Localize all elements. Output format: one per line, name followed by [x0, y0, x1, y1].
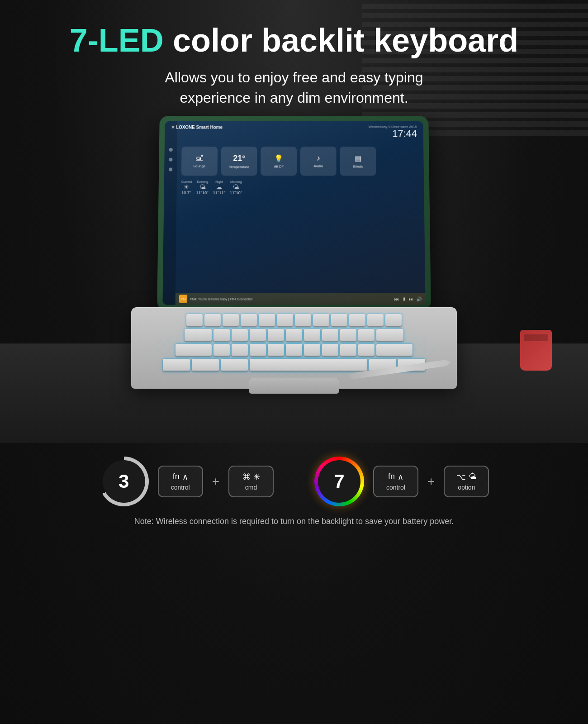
tile-blinds-label: Blinds	[353, 164, 363, 168]
sidebar-dot-2	[169, 157, 172, 161]
subtitle-line1: Allows you to enjoy free and easy typing	[165, 69, 423, 86]
player-track-info: FM4: You're at home baby | FM4 Connected	[190, 297, 252, 300]
brightness-control-top: fn ∧	[173, 472, 188, 482]
tile-audio: ♪ Audio	[300, 147, 337, 176]
plus-sign-2: +	[427, 474, 435, 489]
keyboard-touchpad[interactable]	[249, 378, 339, 394]
tile-lounge-label: Lounge	[194, 164, 206, 168]
brightness-steps-number: 3	[119, 471, 129, 492]
tile-blinds: ▤ Blinds	[340, 147, 376, 176]
weather-morning: Morning 🌤 11°10°	[230, 180, 242, 195]
key-r	[241, 314, 257, 327]
key-n	[304, 344, 320, 357]
color-option-label: option	[458, 484, 475, 491]
weather-current-temp: 10.7°	[181, 191, 191, 195]
key-o	[331, 314, 347, 327]
key-a	[213, 329, 230, 342]
weather-morning-temp: 11°10°	[230, 191, 242, 195]
brightness-cmd-box: ⌘ ✳ cmd	[228, 466, 274, 497]
main-title: 7-LED color backlit keyboard	[27, 23, 561, 58]
key-j	[322, 329, 338, 342]
key-d	[250, 329, 266, 342]
key-i	[313, 314, 329, 327]
weather-morning-icon: 🌤	[230, 183, 242, 191]
tile-alloff: 💡 All Off	[261, 147, 297, 176]
tile-audio-icon: ♪	[317, 154, 320, 162]
tile-temperature: 21° Temperature	[221, 147, 257, 176]
sidebar-dot-1	[169, 148, 173, 152]
key-s	[232, 329, 248, 342]
weather-evening-label: Evening	[196, 180, 209, 183]
color-option-top: ⌥ 🌤	[456, 472, 477, 482]
brightness-steps-circle: 3	[99, 457, 149, 506]
tablet-device: ✕ LOXONE Smart Home Wednesday 9 December…	[157, 116, 431, 310]
brightness-arrow-icon: ∧	[182, 472, 188, 482]
key-f	[268, 329, 284, 342]
key-x	[232, 344, 248, 357]
player-icon: FM	[179, 295, 187, 303]
smart-home-ui: ✕ LOXONE Smart Home Wednesday 9 December…	[162, 121, 425, 305]
player-next-icon: ⏭	[409, 296, 413, 301]
subtitle-line2: experience in any dim environment.	[180, 90, 408, 106]
weather-morning-label: Morning	[230, 180, 242, 183]
player-controls: ⏮ ⏸ ⏭ 🔊	[394, 296, 422, 301]
key-caps	[185, 329, 212, 342]
color-control-label: control	[386, 484, 405, 491]
key-u	[295, 314, 311, 327]
key-comma	[340, 344, 356, 357]
key-h	[304, 329, 320, 342]
key-m	[322, 344, 338, 357]
brightness-cmd-icon: ⌘	[242, 472, 251, 482]
brightness-cmd-star-icon: ✳	[253, 472, 260, 482]
key-row-1	[142, 314, 446, 327]
key-p	[349, 314, 365, 327]
tablet-keyboard-assembly: ✕ LOXONE Smart Home Wednesday 9 December…	[131, 115, 457, 389]
key-return	[376, 329, 403, 342]
key-b	[286, 344, 302, 357]
tile-blinds-icon: ▤	[355, 154, 361, 162]
key-bracket-r	[385, 314, 402, 327]
key-c	[250, 344, 266, 357]
weather-night: Night ☁ 11°11°	[213, 180, 225, 195]
brightness-control-label: control	[171, 484, 190, 491]
weather-night-label: Night	[213, 180, 225, 183]
weather-night-icon: ☁	[213, 183, 225, 191]
color-control-box: fn ∧ control	[373, 466, 418, 497]
controls-main-row: 3 fn ∧ control + ⌘ ✳ cmd 7	[36, 457, 552, 506]
screen-logo: ✕ LOXONE Smart Home	[171, 125, 223, 130]
color-steps-circle: 7	[314, 457, 364, 506]
color-steps-number: 7	[334, 471, 344, 492]
key-alt	[192, 359, 219, 372]
screen-clock: 17:44	[369, 129, 417, 138]
pencil-cup	[520, 330, 552, 371]
brightness-fn-icon: fn	[173, 472, 180, 481]
weather-row: Current ☀ 10.7° Evening 🌤 11°10°	[181, 180, 419, 195]
key-y	[277, 314, 293, 327]
brightness-cmd-label: cmd	[245, 484, 257, 491]
controls-section: 3 fn ∧ control + ⌘ ✳ cmd 7	[0, 443, 588, 541]
sidebar-dot-3	[169, 167, 172, 171]
screen-time: Wednesday 9 December 2015 17:44	[369, 125, 417, 139]
smart-home-tiles: 🛋 Lounge 21° Temperature 💡 All Off	[181, 147, 419, 176]
weather-night-temp: 11°11°	[213, 191, 225, 195]
color-arrow-icon: ∧	[398, 472, 403, 482]
tile-audio-label: Audio	[314, 164, 323, 168]
key-space	[250, 359, 367, 372]
color-control-top: fn ∧	[388, 472, 403, 482]
weather-evening: Evening 🌤 11°10°	[196, 180, 209, 195]
key-row-3	[142, 344, 446, 357]
screen-sidebar	[162, 121, 177, 305]
player-track-title: FM4: You're at home baby | FM4 Connected	[190, 297, 252, 300]
key-g	[286, 329, 302, 342]
tile-temp-value: 21°	[233, 153, 245, 163]
tablet-screen: ✕ LOXONE Smart Home Wednesday 9 December…	[162, 121, 425, 305]
key-period	[358, 344, 375, 357]
tile-alloff-icon: 💡	[274, 154, 283, 162]
key-row-2	[142, 329, 446, 342]
key-bracket-l	[367, 314, 384, 327]
tile-alloff-label: All Off	[274, 164, 284, 168]
key-k	[340, 329, 356, 342]
key-cmd	[221, 359, 248, 372]
weather-evening-icon: 🌤	[196, 183, 209, 191]
note-text: Note: Wireless connection is required to…	[134, 515, 454, 528]
